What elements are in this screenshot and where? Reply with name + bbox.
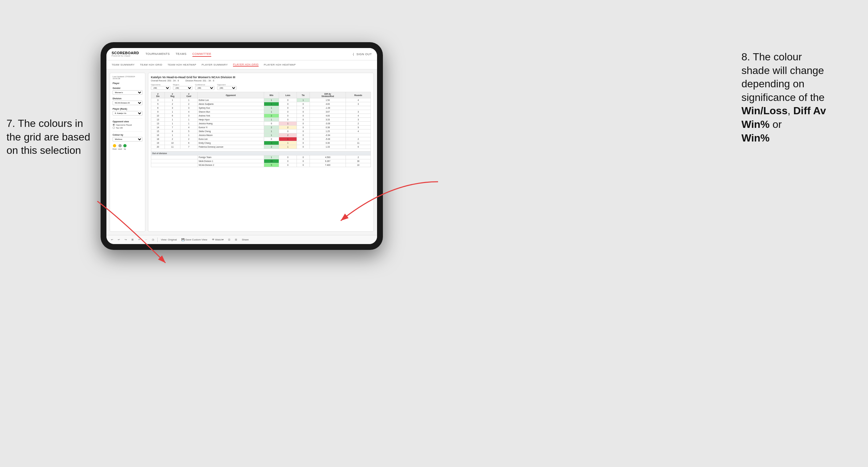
nav-committee[interactable]: COMMITTEE — [192, 52, 212, 57]
sidebar-playerrank-select[interactable]: 8. Katelyn Vo — [113, 111, 143, 116]
table-row: 1585 Stella Cheng 1 0 0 1.25 4 — [151, 129, 371, 133]
col-win: Win — [264, 92, 279, 98]
tablet-frame: SCOREBOARD Powered by clippd TOURNAMENTS… — [101, 42, 383, 250]
table-row: NAIA Division 1 15 0 0 9.267 30 — [151, 159, 371, 163]
col-loss: Loss — [279, 92, 297, 98]
toolbar-undo[interactable]: ↩ — [110, 238, 115, 242]
colour-by-select[interactable]: Win/loss — [113, 137, 143, 142]
toolbar-save-custom[interactable]: 💾 Save Custom View — [180, 238, 209, 242]
filter-opponents: Opponents: (All) — [151, 84, 170, 90]
grid-title: Katelyn Vo Head-to-Head Grid for Women's… — [151, 75, 371, 79]
filter-opponent: Opponent (All) — [217, 84, 237, 90]
col-opponent: Opponent — [197, 92, 264, 98]
table-row: 633 Sydney Kuo 1 0 0 -1.00 — [151, 106, 371, 110]
nav-teams[interactable]: TEAMS — [176, 52, 187, 57]
sidebar-division-select[interactable]: NCAA Division III — [113, 101, 143, 105]
toolbar-icon1[interactable]: ⊡ — [227, 238, 232, 242]
colour-by-label: Colour by — [113, 134, 143, 136]
sidebar-opponent-view-section: Opponent view Opponents Played Top 100 — [113, 120, 143, 129]
legend-level: Level — [118, 144, 122, 150]
nav-tournaments[interactable]: TOURNAMENTS — [145, 52, 170, 57]
col-conf: #Conf — [180, 92, 197, 98]
toolbar-watch[interactable]: 👁 Watch▾ — [211, 238, 225, 242]
table-row: 1611 Jessica Mason 1 2 0 -0.94 — [151, 133, 371, 137]
sidebar-gender-section: Gender Women's — [113, 87, 143, 95]
logo: SCOREBOARD Powered by clippd — [112, 51, 139, 57]
table-row: 19106 Emily Chang 4 1 0 0.30 11 — [151, 141, 371, 145]
sidebar-gender-label: Gender — [113, 87, 143, 89]
out-of-division-header: Out of division — [151, 152, 371, 155]
grid-area: Katelyn Vo Head-to-Head Grid for Women's… — [148, 73, 374, 232]
toolbar-grid[interactable]: ⊞ — [130, 238, 135, 242]
grid-records: Overall Record: 353 - 34 - 6 Division Re… — [151, 80, 371, 82]
toolbar-view-original[interactable]: View: Original — [160, 238, 178, 242]
annotation-left: 7. The colours in the grid are based on … — [6, 117, 97, 157]
table-row: 1822 Euna Lee 0 1 0 -5.00 2 — [151, 137, 371, 141]
sidebar-player-section: Player — [113, 82, 143, 84]
table-row: 1311 Heejo Hyun 1 0 0 3.33 3 — [151, 118, 371, 122]
table-row: 1063 Andrea York 2 0 0 4.00 4 — [151, 114, 371, 118]
sub-nav-player-summary[interactable]: PLAYER SUMMARY — [202, 63, 228, 66]
tablet-screen: SCOREBOARD Powered by clippd TOURNAMENTS… — [106, 48, 377, 244]
table-row: 522 Alexis Sudjianto 1 0 0 4.00 3 — [151, 102, 371, 106]
radio-opponents-played[interactable]: Opponents Played — [113, 124, 143, 126]
toolbar-more[interactable]: ··· — [144, 238, 149, 242]
legend-down: Down — [113, 144, 117, 150]
sub-nav-player-h2h-grid[interactable]: PLAYER H2H GRID — [233, 63, 259, 66]
table-row: Foreign Team 1 0 0 4.500 2 — [151, 155, 371, 159]
table-row: 1311 Jessica Huang 0 1 0 -3.00 2 — [151, 122, 371, 126]
division-record: Division Record: 331 - 34 - 6 — [185, 80, 214, 82]
sign-out-link[interactable]: Sign out — [356, 52, 372, 57]
table-row: NCAA Division 2 5 0 0 7.400 10 — [151, 163, 371, 167]
toolbar-share[interactable]: Share — [241, 238, 250, 242]
sidebar-timestamp: Last Updated: 27/03/2024 16:55:38 — [113, 75, 143, 80]
toolbar-redo2[interactable]: ↪ — [123, 238, 128, 242]
filter-row: Opponents: (All) Region (All) Conference — [151, 84, 371, 90]
table-row: 311 Esther Lee 1 0 1 1.50 4 — [151, 98, 371, 102]
nav-bar: SCOREBOARD Powered by clippd TOURNAMENTS… — [106, 48, 377, 60]
nav-right: ·| Sign out — [352, 52, 372, 57]
main-content: Last Updated: 27/03/2024 16:55:38 Player… — [106, 69, 377, 235]
toolbar-clock[interactable]: ◷ — [151, 238, 155, 242]
sidebar-playerrank-section: Player (Rank) 8. Katelyn Vo — [113, 108, 143, 116]
colour-by-section: Colour by Win/loss — [113, 134, 143, 142]
sidebar-gender-select[interactable]: Women's — [113, 90, 143, 95]
sub-nav-team-summary[interactable]: TEAM SUMMARY — [112, 63, 135, 66]
bottom-toolbar: ↩ ↩ ↪ ⊞ ✂ ··· ◷ View: Original 💾 Save Cu… — [106, 235, 377, 244]
table-row: 20117 Federica Domecq Lacroze 2 1 0 1.33… — [151, 145, 371, 149]
toolbar-icon2[interactable]: ⊟ — [234, 238, 239, 242]
filter-region-select[interactable]: (All) — [173, 86, 192, 90]
toolbar-separator — [157, 238, 158, 242]
filter-conference-select[interactable]: (All) — [195, 86, 215, 90]
sub-nav-player-h2h-heatmap[interactable]: PLAYER H2H HEATMAP — [264, 63, 296, 66]
filter-opponents-select[interactable]: (All) — [151, 86, 170, 90]
sidebar: Last Updated: 27/03/2024 16:55:38 Player… — [110, 73, 145, 232]
toolbar-cut[interactable]: ✂ — [137, 238, 142, 242]
filter-conference: Conference (All) — [195, 84, 215, 90]
table-row: 914 Sharon Mun 1 0 0 3.67 3 — [151, 110, 371, 114]
table-row-empty — [151, 149, 371, 152]
col-tie: Tie — [297, 92, 310, 98]
radio-top100[interactable]: Top 100 — [113, 127, 143, 129]
annotation-right: 8. The colour shade will change dependin… — [741, 50, 858, 145]
sidebar-playerrank-label: Player (Rank) — [113, 108, 143, 110]
legend: Down Level Up — [113, 144, 143, 150]
sub-nav-team-h2h-heatmap[interactable]: TEAM H2H HEATMAP — [167, 63, 196, 66]
nav-links: TOURNAMENTS TEAMS COMMITTEE — [145, 52, 352, 57]
legend-up: Up — [123, 144, 127, 150]
nav-separator: ·| — [352, 53, 354, 56]
col-diff: Diff AvStrokes/Rnd — [310, 92, 346, 98]
overall-record: Overall Record: 353 - 34 - 6 — [151, 80, 179, 82]
toolbar-redo1[interactable]: ↩ — [117, 238, 121, 242]
filter-opponent-select[interactable]: (All) — [217, 86, 237, 90]
table-row: 1474 Eunice Yi 2 2 0 0.38 9 — [151, 126, 371, 129]
col-reg: #Reg — [165, 92, 180, 98]
sub-nav-team-h2h-grid[interactable]: TEAM H2H GRID — [140, 63, 162, 66]
filter-region: Region (All) — [173, 84, 192, 90]
sub-nav: TEAM SUMMARY TEAM H2H GRID TEAM H2H HEAT… — [106, 60, 377, 69]
sidebar-division-section: Division NCAA Division III — [113, 97, 143, 105]
col-div: #Div — [151, 92, 165, 98]
opponent-view-label: Opponent view — [113, 120, 143, 123]
col-rounds: Rounds — [346, 92, 371, 98]
sidebar-division-label: Division — [113, 97, 143, 100]
